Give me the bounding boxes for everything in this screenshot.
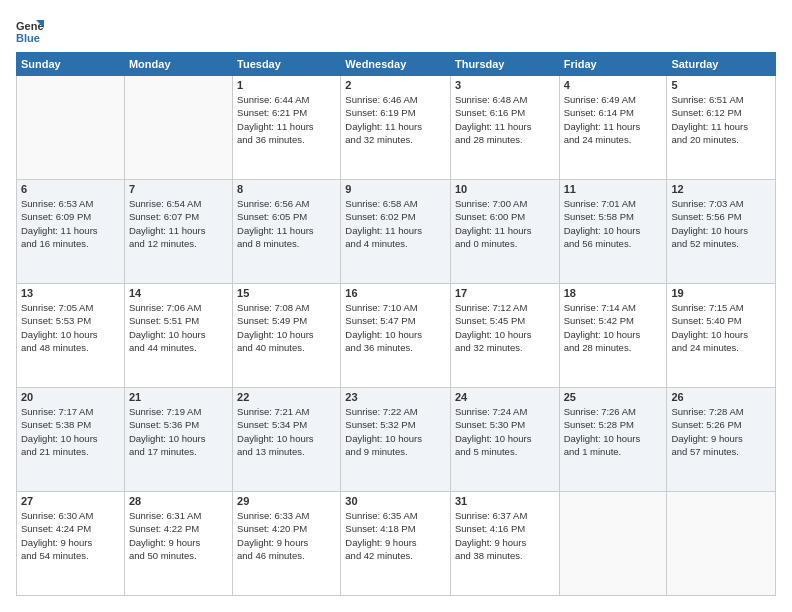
- day-number: 31: [455, 495, 555, 507]
- day-info: Sunrise: 7:10 AM Sunset: 5:47 PM Dayligh…: [345, 301, 446, 354]
- weekday-header-monday: Monday: [124, 53, 232, 76]
- day-info: Sunrise: 6:37 AM Sunset: 4:16 PM Dayligh…: [455, 509, 555, 562]
- day-number: 14: [129, 287, 228, 299]
- day-info: Sunrise: 7:03 AM Sunset: 5:56 PM Dayligh…: [671, 197, 771, 250]
- svg-text:Blue: Blue: [16, 32, 40, 44]
- calendar-cell: 8Sunrise: 6:56 AM Sunset: 6:05 PM Daylig…: [233, 180, 341, 284]
- calendar-cell: 4Sunrise: 6:49 AM Sunset: 6:14 PM Daylig…: [559, 76, 667, 180]
- calendar-cell: 26Sunrise: 7:28 AM Sunset: 5:26 PM Dayli…: [667, 388, 776, 492]
- calendar-cell: [124, 76, 232, 180]
- day-number: 16: [345, 287, 446, 299]
- day-info: Sunrise: 6:31 AM Sunset: 4:22 PM Dayligh…: [129, 509, 228, 562]
- calendar-cell: 24Sunrise: 7:24 AM Sunset: 5:30 PM Dayli…: [450, 388, 559, 492]
- weekday-header-saturday: Saturday: [667, 53, 776, 76]
- weekday-header-sunday: Sunday: [17, 53, 125, 76]
- calendar-cell: 1Sunrise: 6:44 AM Sunset: 6:21 PM Daylig…: [233, 76, 341, 180]
- day-number: 5: [671, 79, 771, 91]
- weekday-header-thursday: Thursday: [450, 53, 559, 76]
- day-number: 11: [564, 183, 663, 195]
- week-row-1: 1Sunrise: 6:44 AM Sunset: 6:21 PM Daylig…: [17, 76, 776, 180]
- day-number: 26: [671, 391, 771, 403]
- calendar-cell: [17, 76, 125, 180]
- day-number: 27: [21, 495, 120, 507]
- calendar-cell: 21Sunrise: 7:19 AM Sunset: 5:36 PM Dayli…: [124, 388, 232, 492]
- day-info: Sunrise: 6:51 AM Sunset: 6:12 PM Dayligh…: [671, 93, 771, 146]
- calendar-cell: 6Sunrise: 6:53 AM Sunset: 6:09 PM Daylig…: [17, 180, 125, 284]
- day-info: Sunrise: 6:56 AM Sunset: 6:05 PM Dayligh…: [237, 197, 336, 250]
- logo-icon: General Blue: [16, 16, 44, 44]
- day-number: 18: [564, 287, 663, 299]
- calendar-table: SundayMondayTuesdayWednesdayThursdayFrid…: [16, 52, 776, 596]
- calendar-cell: 20Sunrise: 7:17 AM Sunset: 5:38 PM Dayli…: [17, 388, 125, 492]
- calendar-cell: 15Sunrise: 7:08 AM Sunset: 5:49 PM Dayli…: [233, 284, 341, 388]
- weekday-header-friday: Friday: [559, 53, 667, 76]
- day-number: 10: [455, 183, 555, 195]
- day-number: 2: [345, 79, 446, 91]
- day-number: 6: [21, 183, 120, 195]
- calendar-cell: 11Sunrise: 7:01 AM Sunset: 5:58 PM Dayli…: [559, 180, 667, 284]
- day-info: Sunrise: 6:33 AM Sunset: 4:20 PM Dayligh…: [237, 509, 336, 562]
- day-number: 30: [345, 495, 446, 507]
- calendar-cell: 31Sunrise: 6:37 AM Sunset: 4:16 PM Dayli…: [450, 492, 559, 596]
- calendar-cell: 13Sunrise: 7:05 AM Sunset: 5:53 PM Dayli…: [17, 284, 125, 388]
- day-number: 17: [455, 287, 555, 299]
- day-info: Sunrise: 7:24 AM Sunset: 5:30 PM Dayligh…: [455, 405, 555, 458]
- calendar-cell: 28Sunrise: 6:31 AM Sunset: 4:22 PM Dayli…: [124, 492, 232, 596]
- calendar-cell: 29Sunrise: 6:33 AM Sunset: 4:20 PM Dayli…: [233, 492, 341, 596]
- calendar-cell: 19Sunrise: 7:15 AM Sunset: 5:40 PM Dayli…: [667, 284, 776, 388]
- calendar-cell: 7Sunrise: 6:54 AM Sunset: 6:07 PM Daylig…: [124, 180, 232, 284]
- calendar-cell: [667, 492, 776, 596]
- day-info: Sunrise: 6:53 AM Sunset: 6:09 PM Dayligh…: [21, 197, 120, 250]
- day-number: 29: [237, 495, 336, 507]
- day-info: Sunrise: 7:19 AM Sunset: 5:36 PM Dayligh…: [129, 405, 228, 458]
- calendar-cell: 27Sunrise: 6:30 AM Sunset: 4:24 PM Dayli…: [17, 492, 125, 596]
- day-number: 21: [129, 391, 228, 403]
- calendar-cell: 23Sunrise: 7:22 AM Sunset: 5:32 PM Dayli…: [341, 388, 451, 492]
- day-number: 25: [564, 391, 663, 403]
- day-info: Sunrise: 7:12 AM Sunset: 5:45 PM Dayligh…: [455, 301, 555, 354]
- calendar-cell: 2Sunrise: 6:46 AM Sunset: 6:19 PM Daylig…: [341, 76, 451, 180]
- day-number: 4: [564, 79, 663, 91]
- day-info: Sunrise: 7:05 AM Sunset: 5:53 PM Dayligh…: [21, 301, 120, 354]
- day-info: Sunrise: 7:17 AM Sunset: 5:38 PM Dayligh…: [21, 405, 120, 458]
- page-header: General Blue: [16, 16, 776, 44]
- day-info: Sunrise: 6:35 AM Sunset: 4:18 PM Dayligh…: [345, 509, 446, 562]
- calendar-cell: 3Sunrise: 6:48 AM Sunset: 6:16 PM Daylig…: [450, 76, 559, 180]
- day-number: 1: [237, 79, 336, 91]
- calendar-cell: 9Sunrise: 6:58 AM Sunset: 6:02 PM Daylig…: [341, 180, 451, 284]
- week-row-3: 13Sunrise: 7:05 AM Sunset: 5:53 PM Dayli…: [17, 284, 776, 388]
- day-number: 3: [455, 79, 555, 91]
- day-number: 23: [345, 391, 446, 403]
- day-info: Sunrise: 7:01 AM Sunset: 5:58 PM Dayligh…: [564, 197, 663, 250]
- day-info: Sunrise: 7:14 AM Sunset: 5:42 PM Dayligh…: [564, 301, 663, 354]
- day-number: 24: [455, 391, 555, 403]
- week-row-5: 27Sunrise: 6:30 AM Sunset: 4:24 PM Dayli…: [17, 492, 776, 596]
- day-number: 20: [21, 391, 120, 403]
- day-info: Sunrise: 6:30 AM Sunset: 4:24 PM Dayligh…: [21, 509, 120, 562]
- day-number: 7: [129, 183, 228, 195]
- calendar-cell: 17Sunrise: 7:12 AM Sunset: 5:45 PM Dayli…: [450, 284, 559, 388]
- day-info: Sunrise: 7:06 AM Sunset: 5:51 PM Dayligh…: [129, 301, 228, 354]
- day-info: Sunrise: 6:46 AM Sunset: 6:19 PM Dayligh…: [345, 93, 446, 146]
- day-info: Sunrise: 6:48 AM Sunset: 6:16 PM Dayligh…: [455, 93, 555, 146]
- day-number: 28: [129, 495, 228, 507]
- day-number: 13: [21, 287, 120, 299]
- calendar-cell: 22Sunrise: 7:21 AM Sunset: 5:34 PM Dayli…: [233, 388, 341, 492]
- logo: General Blue: [16, 16, 48, 44]
- calendar-cell: 25Sunrise: 7:26 AM Sunset: 5:28 PM Dayli…: [559, 388, 667, 492]
- day-number: 8: [237, 183, 336, 195]
- day-info: Sunrise: 6:49 AM Sunset: 6:14 PM Dayligh…: [564, 93, 663, 146]
- calendar-cell: 30Sunrise: 6:35 AM Sunset: 4:18 PM Dayli…: [341, 492, 451, 596]
- day-info: Sunrise: 6:54 AM Sunset: 6:07 PM Dayligh…: [129, 197, 228, 250]
- calendar-cell: 5Sunrise: 6:51 AM Sunset: 6:12 PM Daylig…: [667, 76, 776, 180]
- calendar-cell: 18Sunrise: 7:14 AM Sunset: 5:42 PM Dayli…: [559, 284, 667, 388]
- day-info: Sunrise: 7:28 AM Sunset: 5:26 PM Dayligh…: [671, 405, 771, 458]
- day-number: 15: [237, 287, 336, 299]
- weekday-header-tuesday: Tuesday: [233, 53, 341, 76]
- weekday-header-wednesday: Wednesday: [341, 53, 451, 76]
- day-info: Sunrise: 7:26 AM Sunset: 5:28 PM Dayligh…: [564, 405, 663, 458]
- week-row-2: 6Sunrise: 6:53 AM Sunset: 6:09 PM Daylig…: [17, 180, 776, 284]
- calendar-cell: 14Sunrise: 7:06 AM Sunset: 5:51 PM Dayli…: [124, 284, 232, 388]
- week-row-4: 20Sunrise: 7:17 AM Sunset: 5:38 PM Dayli…: [17, 388, 776, 492]
- day-info: Sunrise: 7:00 AM Sunset: 6:00 PM Dayligh…: [455, 197, 555, 250]
